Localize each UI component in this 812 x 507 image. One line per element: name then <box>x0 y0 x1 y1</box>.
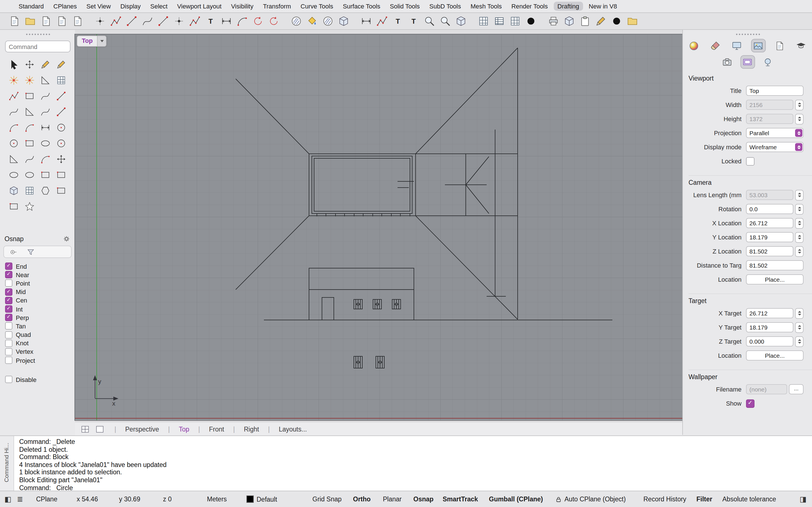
move-copy-icon[interactable] <box>53 152 68 166</box>
polyline-tool-icon[interactable] <box>109 15 122 27</box>
snap-mode-icon[interactable] <box>9 247 17 256</box>
menu-tab[interactable]: Standard <box>15 2 48 11</box>
viewport-layout-icon[interactable] <box>81 425 90 434</box>
text-dot-icon[interactable] <box>610 15 623 27</box>
property-field[interactable]: 53.003 <box>746 190 794 200</box>
record-history-button[interactable]: Record History <box>644 496 686 503</box>
active-layer-button[interactable]: Default <box>246 496 277 503</box>
command-history-tab[interactable]: Command Hi... <box>0 436 14 492</box>
projector-properties-icon[interactable] <box>761 56 774 68</box>
paint-tool-icon[interactable] <box>53 57 68 71</box>
menu-tab[interactable]: Surface Tools <box>339 2 384 11</box>
table-icon[interactable] <box>493 15 506 27</box>
rounded-rect-icon[interactable] <box>22 136 37 151</box>
osnap-checkbox-row[interactable]: Tan <box>5 322 75 330</box>
triangle-icon[interactable] <box>6 152 21 166</box>
rounded-square-icon[interactable] <box>6 200 21 214</box>
arrow-tool-icon[interactable] <box>157 15 170 27</box>
stepper-control[interactable] <box>795 100 804 110</box>
viewport-tab[interactable]: Layouts... <box>259 426 307 432</box>
menu-tab[interactable]: Viewport Layout <box>173 2 225 11</box>
property-field[interactable]: Parallel <box>746 128 804 138</box>
point-cloud-icon[interactable] <box>524 15 538 27</box>
render-tab-icon[interactable] <box>687 40 701 52</box>
dropdown-arrows-icon[interactable] <box>795 129 802 137</box>
radial-dimension-icon[interactable] <box>236 15 249 27</box>
oval-icon[interactable] <box>22 168 37 182</box>
array-tool-icon[interactable] <box>53 73 68 87</box>
hatch-tool-icon[interactable] <box>290 15 303 27</box>
new-file-icon[interactable] <box>8 15 21 27</box>
property-field[interactable]: 0.000 <box>746 336 794 346</box>
make2d-icon[interactable] <box>337 15 350 27</box>
filter-button[interactable]: Filter <box>696 496 712 503</box>
measure-icon[interactable] <box>38 121 53 135</box>
point-tool-icon[interactable] <box>94 15 107 27</box>
property-field[interactable]: 18.179 <box>746 232 794 242</box>
viewport-tab[interactable]: Perspective <box>125 426 159 432</box>
osnap-checkbox-row[interactable]: Point <box>5 279 75 288</box>
viewport-tab[interactable]: Right <box>224 426 259 432</box>
maximize-viewport-icon[interactable] <box>95 425 104 434</box>
curve-handles-icon[interactable] <box>22 152 37 166</box>
stepper-control[interactable] <box>795 114 804 124</box>
property-field[interactable]: 1372 <box>746 114 794 124</box>
line-tool-icon[interactable] <box>125 15 138 27</box>
save-file-icon[interactable] <box>40 15 52 27</box>
arc-3pt-icon[interactable] <box>22 121 37 135</box>
grid-pattern-icon[interactable] <box>22 184 37 198</box>
angle-line-icon[interactable] <box>22 105 37 119</box>
menu-tab[interactable]: CPlanes <box>49 2 81 11</box>
stepper-control[interactable] <box>795 189 804 200</box>
osnap-checkbox-row[interactable]: Mid <box>5 288 75 296</box>
menu-tab[interactable]: Curve Tools <box>297 2 337 11</box>
filter-icon[interactable] <box>27 247 35 256</box>
offset-tool-icon[interactable] <box>188 15 201 27</box>
viewport-properties-icon[interactable] <box>741 56 754 68</box>
move-points-icon[interactable] <box>22 57 37 71</box>
property-field[interactable]: 0.0 <box>746 204 794 214</box>
spark-tool-icon[interactable] <box>22 73 37 87</box>
smarttrack-button[interactable]: SmartTrack <box>443 496 478 503</box>
chevron-down-icon[interactable] <box>97 36 106 46</box>
star-icon[interactable] <box>22 200 37 214</box>
command-input[interactable] <box>5 41 70 52</box>
menu-tab[interactable]: SubD Tools <box>425 2 465 11</box>
property-field[interactable]: 18.179 <box>746 322 794 332</box>
property-field[interactable]: 26.712 <box>746 308 794 318</box>
stepper-control[interactable] <box>795 322 804 333</box>
menu-tab[interactable]: Transform <box>259 2 295 11</box>
cplane-button[interactable]: CPlane <box>36 496 57 503</box>
menu-tab[interactable]: New in V8 <box>585 2 621 11</box>
fillet-icon[interactable] <box>38 152 53 166</box>
ellipse-icon[interactable] <box>38 136 53 151</box>
rectangle-array-icon[interactable] <box>22 89 37 103</box>
open-file-icon[interactable] <box>24 15 37 27</box>
units-button[interactable]: Meters <box>207 496 227 503</box>
property-field[interactable]: 2156 <box>746 100 794 110</box>
osnap-checkbox-row[interactable]: Cen <box>5 296 75 305</box>
page-edit-icon[interactable] <box>594 15 607 27</box>
osnap-disable-row[interactable]: Disable <box>5 376 75 384</box>
osnap-checkbox-row[interactable]: Quad <box>5 330 75 339</box>
circle-tangent-icon[interactable] <box>53 136 68 151</box>
camera-properties-icon[interactable] <box>720 56 734 68</box>
box-tool-icon[interactable] <box>455 15 467 27</box>
ellipse-foci-icon[interactable] <box>6 168 21 182</box>
help-tab-icon[interactable] <box>794 40 808 52</box>
hatch-solid-icon[interactable] <box>321 15 335 27</box>
rect-corner-icon[interactable] <box>53 168 68 182</box>
stepper-control[interactable] <box>795 336 804 347</box>
spline-icon[interactable] <box>38 105 53 119</box>
menu-tab[interactable]: Solid Tools <box>386 2 424 11</box>
stepper-control[interactable] <box>795 204 804 214</box>
draw-edit-icon[interactable] <box>38 57 53 71</box>
place-button[interactable]: Place... <box>746 350 804 360</box>
import-file-icon[interactable] <box>55 15 68 27</box>
osnap-button[interactable]: Osnap <box>413 496 434 503</box>
stepper-control[interactable] <box>795 308 804 319</box>
osnap-checkbox-row[interactable]: Perp <box>5 313 75 322</box>
osnap-checkbox-row[interactable]: Near <box>5 270 75 279</box>
checkbox[interactable] <box>746 399 755 407</box>
property-field[interactable]: Top <box>746 86 804 96</box>
